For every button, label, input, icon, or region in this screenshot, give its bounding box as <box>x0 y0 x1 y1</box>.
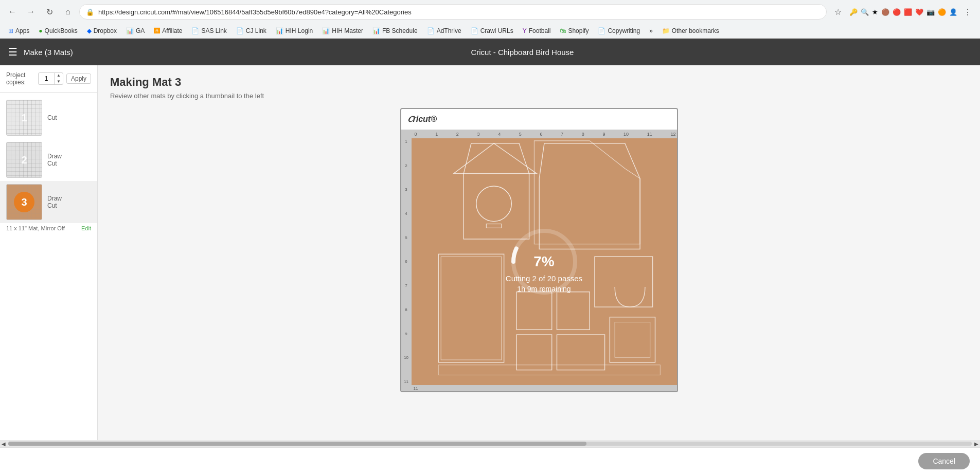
bookmark-quickbooks[interactable]: ● QuickBooks <box>34 26 81 36</box>
scroll-thumb <box>8 442 586 446</box>
mat-canvas: 𝐶ricut® 0 1 2 3 4 <box>400 108 678 392</box>
bookmark-sas[interactable]: 📄 SAS Link <box>187 26 230 36</box>
url-text: https://design.cricut.com/#/mat/view/106… <box>98 8 820 16</box>
making-subtitle: Review other mats by clicking a thumbnai… <box>110 92 968 100</box>
mat-thumbnail-1: 1 <box>6 100 42 136</box>
other-bookmarks-icon: 📁 <box>662 27 670 34</box>
home-button[interactable]: ⌂ <box>61 5 75 19</box>
edit-link[interactable]: Edit <box>81 225 91 231</box>
bookmark-dropbox[interactable]: ◆ Dropbox <box>83 26 121 36</box>
mat-arrow-up <box>652 112 671 126</box>
search-icon: 🔍 <box>861 8 869 16</box>
bookmark-other[interactable]: 📁 Other bookmarks <box>658 26 723 36</box>
app-header: ☰ Make (3 Mats) Cricut - Chipboard Bird … <box>0 39 980 65</box>
ext-6: 🟠 <box>938 8 946 16</box>
menu-dots[interactable]: ⋮ <box>960 5 975 19</box>
mat-item-1[interactable]: 1 Cut <box>0 97 97 139</box>
bookmark-adthrive[interactable]: 📄 AdThrive <box>423 26 466 36</box>
bookmark-copywriting[interactable]: 📄 Copywriting <box>594 26 644 36</box>
bookmark-more[interactable]: » <box>645 26 657 36</box>
copies-spinner[interactable]: 1 ▲ ▼ <box>38 72 63 85</box>
forward-button[interactable]: → <box>24 5 38 19</box>
bottom-bar: Cancel <box>0 447 980 474</box>
profile-avatar[interactable]: 👤 <box>949 8 957 16</box>
browser-toolbar: ← → ↻ ⌂ 🔒 https://design.cricut.com/#/ma… <box>0 0 980 24</box>
progress-percent: 7% <box>533 253 554 270</box>
cj-icon: 📄 <box>236 27 244 34</box>
ext-2: 🔴 <box>893 8 901 16</box>
copies-arrows: ▲ ▼ <box>54 72 63 85</box>
cutting-status: Cutting 2 of 20 passes <box>493 274 596 283</box>
mat-item-2[interactable]: 2 Draw Cut <box>0 139 97 181</box>
reload-button[interactable]: ↻ <box>42 5 57 19</box>
progress-status-block: Cutting 2 of 20 passes 1h 9m remaining <box>493 274 596 293</box>
profile-icons: 🔑 🔍 ★ 🟤 🔴 🟥 ❤️ 📷 🟠 👤 ⋮ <box>849 5 975 19</box>
star-icon: ★ <box>872 8 878 16</box>
hamburger-menu[interactable]: ☰ <box>8 46 17 58</box>
sas-icon: 📄 <box>191 27 199 34</box>
bookmark-fb-schedule[interactable]: 📊 FB Schedule <box>368 26 422 36</box>
ruler-bottom: 11 <box>401 385 677 391</box>
apply-button[interactable]: Apply <box>66 74 91 84</box>
bookmark-star[interactable]: ☆ <box>831 5 845 19</box>
scroll-right-arrow[interactable]: ▶ <box>973 440 980 447</box>
scroll-left-arrow[interactable]: ◀ <box>0 440 7 447</box>
ext-1: 🟤 <box>881 8 889 16</box>
mat-2-draw: Draw <box>47 153 62 160</box>
mat-3-circle: 3 <box>14 192 34 212</box>
copywriting-icon: 📄 <box>598 27 605 34</box>
apps-icon: ⊞ <box>8 27 13 34</box>
bookmark-hih-master[interactable]: 📊 HIH Master <box>318 26 367 36</box>
bookmark-hih-login[interactable]: 📊 HIH Login <box>272 26 317 36</box>
address-bar[interactable]: 🔒 https://design.cricut.com/#/mat/view/1… <box>79 4 827 20</box>
mat-number-3: 3 <box>21 196 27 208</box>
time-remaining: 1h 9m remaining <box>493 285 596 293</box>
bookmark-ga[interactable]: 📊 GA <box>122 26 149 36</box>
mat-cutting-area: 7% Cutting 2 of 20 passes 1h 9m remainin… <box>412 138 677 385</box>
bookmark-apps[interactable]: ⊞ Apps <box>4 26 33 36</box>
copies-up[interactable]: ▲ <box>55 72 63 79</box>
mat-thumbnail-2: 2 <box>6 142 42 178</box>
hih-master-icon: 📊 <box>322 27 330 34</box>
mat-item-3[interactable]: 3 Draw Cut <box>0 181 97 223</box>
back-button[interactable]: ← <box>5 5 20 19</box>
bookmark-crawl[interactable]: 📄 Crawl URLs <box>467 26 518 36</box>
quickbooks-icon: ● <box>39 27 42 34</box>
mat-label-2: Draw Cut <box>47 153 62 167</box>
ruler-numbers-top: 0 1 2 3 4 5 6 7 8 9 10 11 12 <box>414 132 677 137</box>
browser-chrome: ← → ↻ ⌂ 🔒 https://design.cricut.com/#/ma… <box>0 0 980 39</box>
ga-icon: 📊 <box>126 27 134 34</box>
cancel-button[interactable]: Cancel <box>918 453 970 469</box>
lock-icon: 🔒 <box>86 8 94 16</box>
copies-value: 1 <box>39 75 54 82</box>
mat-size-text: 11 x 11" Mat, Mirror Off <box>6 225 65 231</box>
horizontal-scrollbar: ◀ ▶ <box>0 440 980 447</box>
ruler-left: 1 2 3 4 5 6 7 8 9 10 11 <box>401 138 412 385</box>
making-title: Making Mat 3 <box>110 76 968 89</box>
mat-thumbnail-3: 3 <box>6 184 42 220</box>
copies-down[interactable]: ▼ <box>55 79 63 85</box>
dropbox-icon: ◆ <box>87 27 92 34</box>
mat-info: 11 x 11" Mat, Mirror Off Edit <box>0 223 97 233</box>
ruler-top-row: 0 1 2 3 4 5 6 7 8 9 10 11 12 <box>401 130 677 138</box>
bookmark-football[interactable]: Y Football <box>519 26 555 36</box>
adthrive-icon: 📄 <box>427 27 435 34</box>
mat-canvas-wrapper: 𝐶ricut® 0 1 2 3 4 <box>110 108 968 392</box>
fb-schedule-icon: 📊 <box>372 27 380 34</box>
project-title: Cricut - Chipboard Bird House <box>73 48 972 57</box>
bookmark-shopify[interactable]: 🛍 Shopify <box>556 26 593 36</box>
header-right <box>652 112 671 126</box>
mat-3-draw: Draw <box>47 195 62 202</box>
bookmark-cj[interactable]: 📄 CJ Link <box>232 26 271 36</box>
crawl-icon: 📄 <box>471 27 478 34</box>
bookmark-affiliate[interactable]: 🅰 Affiliate <box>150 26 186 36</box>
ruler-top: 0 1 2 3 4 5 6 7 8 9 10 11 12 <box>412 130 677 138</box>
ext-5: 📷 <box>926 8 935 16</box>
shopify-icon: 🛍 <box>560 27 566 34</box>
mat-2-cut: Cut <box>47 160 62 167</box>
cricut-logo: 𝐶ricut® <box>407 115 437 124</box>
affiliate-icon: 🅰 <box>154 27 160 34</box>
scroll-track[interactable] <box>8 442 972 446</box>
football-icon: Y <box>523 27 527 34</box>
app-body: Project copies: 1 ▲ ▼ Apply 1 Cut <box>0 65 980 463</box>
